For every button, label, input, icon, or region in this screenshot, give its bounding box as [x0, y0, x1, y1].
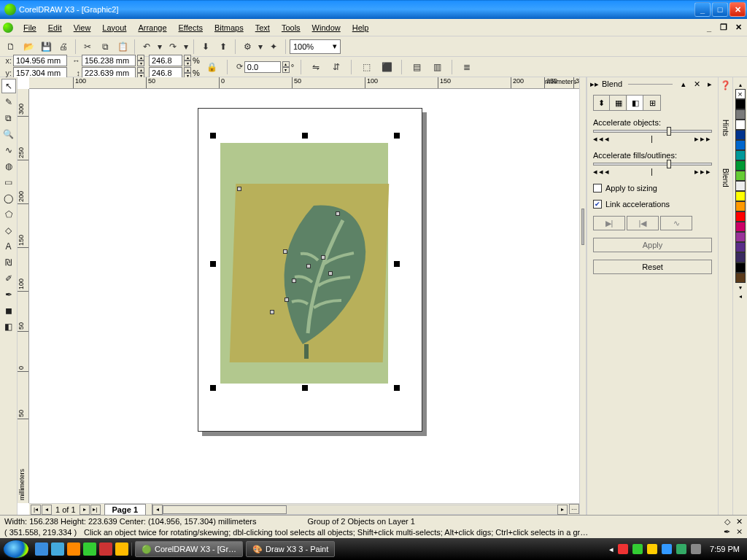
color-swatch[interactable]	[735, 130, 746, 140]
ql-item[interactable]	[115, 542, 128, 556]
first-page-button[interactable]: |◂	[31, 505, 41, 515]
horizontal-ruler[interactable]: millimeters 10050050100150200250300	[29, 77, 579, 89]
shape-tool[interactable]: ✎	[1, 95, 16, 109]
color-swatch[interactable]	[735, 150, 746, 160]
menu-edit[interactable]: Edit	[42, 21, 68, 34]
app-launcher-dropdown[interactable]: ▾	[257, 39, 264, 55]
color-swatch[interactable]	[735, 171, 746, 181]
zoom-combo[interactable]: 100% ▾	[290, 39, 341, 54]
selection-handle-e[interactable]	[394, 261, 400, 267]
tray-icon[interactable]	[647, 544, 657, 554]
slider-rewind-icon[interactable]: ◂◂◂	[593, 134, 611, 144]
selection-handle-s[interactable]	[302, 385, 308, 391]
node-marker[interactable]	[328, 271, 333, 276]
selection-handle-ne[interactable]	[394, 133, 400, 139]
rotation-spinner[interactable]: ▴▾	[282, 61, 290, 73]
rectangle-tool[interactable]: ▭	[1, 175, 16, 190]
mirror-h-button[interactable]: ⇋	[308, 59, 324, 75]
menu-window[interactable]: Window	[306, 21, 347, 34]
scale-x-field[interactable]: 246.8	[149, 55, 182, 66]
selection-handle-n[interactable]	[302, 133, 308, 139]
to-front-button[interactable]: ▤	[409, 59, 425, 75]
palette-flyout[interactable]: ◂	[735, 292, 746, 300]
interactive-fill-tool[interactable]: ◧	[1, 319, 16, 334]
ql-item[interactable]	[35, 542, 48, 556]
sidetab-hints[interactable]: Hints	[721, 117, 730, 139]
apply-button[interactable]: Apply	[593, 238, 712, 252]
palette-scroll-up[interactable]: ▴	[735, 80, 746, 89]
node-marker[interactable]	[292, 279, 296, 283]
ql-item[interactable]	[83, 542, 96, 556]
menu-tools[interactable]: Tools	[276, 21, 306, 34]
window-maximize-button[interactable]: □	[712, 2, 728, 17]
ungroup-all-button[interactable]: ⬛	[379, 59, 395, 75]
window-minimize-button[interactable]: _	[694, 2, 711, 17]
app-launcher-button[interactable]: ⚙	[239, 39, 255, 55]
node-marker[interactable]	[283, 249, 287, 254]
accelerate-fills-slider[interactable]	[593, 163, 712, 166]
width-spinner[interactable]: ▴▾	[137, 55, 144, 66]
color-swatch[interactable]	[735, 252, 746, 262]
taskbar-paint[interactable]: 🎨Draw X3 3 - Paint	[246, 541, 335, 557]
smart-fill-tool[interactable]: ◍	[1, 159, 16, 174]
menu-bitmaps[interactable]: Bitmaps	[209, 21, 249, 34]
open-button[interactable]: 📂	[20, 39, 36, 55]
selection-handle-nw[interactable]	[210, 133, 216, 139]
crop-tool[interactable]: ⧉	[1, 111, 16, 125]
selection-handle-se[interactable]	[394, 385, 400, 391]
node-marker[interactable]	[285, 298, 289, 302]
scroll-right-button[interactable]: ▸	[557, 505, 568, 515]
wrap-text-button[interactable]: ≣	[459, 59, 475, 75]
reset-button[interactable]: Reset	[593, 260, 712, 274]
tray-volume-icon[interactable]	[691, 544, 701, 554]
mdi-close-button[interactable]: ✕	[732, 23, 744, 33]
docker-close-button[interactable]: ✕	[692, 79, 702, 89]
lock-ratio-button[interactable]: 🔒	[204, 59, 220, 75]
taskbar-clock[interactable]: 7:59 PM	[705, 545, 744, 553]
color-swatch[interactable]	[735, 262, 746, 273]
prev-page-button[interactable]: ◂	[42, 505, 52, 515]
ellipse-tool[interactable]: ◯	[1, 191, 16, 206]
blend-path-start-button[interactable]: ▶|	[593, 216, 625, 230]
menu-effects[interactable]: Effects	[173, 21, 209, 34]
app-menu-icon[interactable]	[3, 23, 13, 33]
node-marker[interactable]	[237, 187, 241, 191]
docker-menu-button[interactable]: ▸	[705, 79, 715, 89]
docker-splitter[interactable]	[579, 77, 587, 515]
apply-to-sizing-checkbox[interactable]: Apply to sizing	[593, 184, 712, 192]
blend-tab-misc[interactable]: ⊞	[644, 96, 660, 110]
color-swatch[interactable]	[735, 160, 746, 171]
node-marker[interactable]	[306, 264, 311, 268]
pos-x-field[interactable]: 104.956 mm	[13, 55, 67, 66]
print-button[interactable]: 🖨	[55, 39, 71, 55]
scroll-left-button[interactable]: ◂	[152, 505, 163, 515]
redo-dropdown[interactable]: ▾	[182, 39, 190, 55]
blend-tab-color[interactable]: ◧	[627, 96, 643, 110]
color-swatch[interactable]	[735, 242, 746, 252]
undo-button[interactable]: ↶	[139, 39, 155, 55]
zoom-tool[interactable]: 🔍	[1, 127, 16, 141]
node-marker[interactable]	[336, 211, 340, 216]
menu-arrange[interactable]: Arrange	[132, 21, 172, 34]
outline-x-icon[interactable]: ⨯	[736, 527, 743, 537]
palette-scroll-down[interactable]: ▾	[735, 283, 746, 292]
tray-arrow-icon[interactable]: ◂	[609, 545, 614, 554]
copy-button[interactable]: ⧉	[97, 39, 113, 55]
pick-tool[interactable]: ↖	[1, 79, 16, 93]
interactive-blend-tool[interactable]: ₪	[1, 255, 16, 270]
color-swatch[interactable]	[735, 140, 746, 150]
color-swatch[interactable]	[735, 99, 746, 109]
fill-pen-icon[interactable]: ✒	[724, 527, 730, 537]
hscroll-thumb[interactable]	[163, 505, 287, 514]
node-marker[interactable]	[321, 255, 325, 260]
menu-view[interactable]: View	[68, 21, 97, 34]
mdi-restore-button[interactable]: ❐	[718, 23, 729, 33]
eyedropper-tool[interactable]: ✐	[1, 271, 16, 286]
polygon-tool[interactable]: ⬠	[1, 207, 16, 222]
color-swatch[interactable]	[735, 201, 746, 211]
mdi-minimize-button[interactable]: _	[703, 23, 715, 33]
paste-button[interactable]: 📋	[115, 39, 131, 55]
cut-button[interactable]: ✂	[80, 39, 96, 55]
docker-collapse-button[interactable]: ▴	[678, 79, 689, 89]
vertical-ruler[interactable]: millimeters 30025020015010050050	[18, 89, 29, 503]
